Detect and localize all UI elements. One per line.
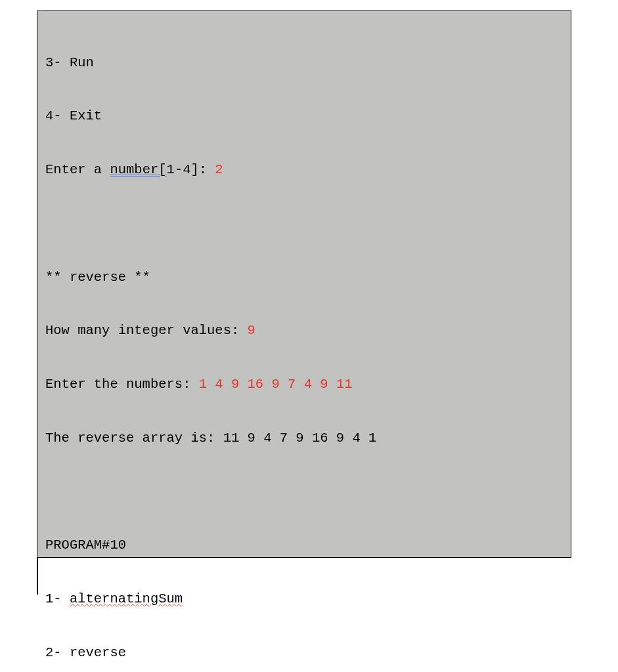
prompt-numbers-label: Enter the numbers: [45, 377, 199, 392]
user-input-choice: 2 [215, 162, 223, 177]
user-input-numbers: 1 4 9 16 9 7 4 9 11 [199, 377, 353, 392]
prompt-numbers: Enter the numbers: 1 4 9 16 9 7 4 9 11 [45, 375, 563, 393]
section-reverse-header: ** reverse ** [45, 268, 563, 286]
alternatingsum-word: alternatingSum [70, 591, 183, 606]
menu-item-run: 3- Run [45, 54, 563, 72]
blank-line [45, 215, 563, 232]
user-input-count: 9 [248, 323, 255, 338]
menu-item-exit: 4- Exit [45, 107, 563, 125]
prompt-suffix: 1-4]: [167, 162, 215, 177]
page: 3- Run 4- Exit Enter a number[1-4]: 2 **… [0, 0, 618, 672]
blank-line [45, 483, 563, 501]
prompt-choose-1: Enter a number[1-4]: 2 [45, 161, 563, 178]
menu-item-altsum: 1- alternatingSum [45, 590, 563, 608]
prompt-prefix: Enter a [45, 162, 110, 177]
number-link: number[ [110, 162, 166, 177]
program-header: PROGRAM#10 [45, 536, 563, 554]
prompt-howmany: How many integer values: 9 [45, 322, 563, 339]
reverse-result: The reverse array is: 11 9 4 7 9 16 9 4 … [45, 429, 563, 447]
prompt-howmany-label: How many integer values: [45, 323, 248, 338]
menu-prefix: 1- [45, 591, 70, 606]
terminal-output: 3- Run 4- Exit Enter a number[1-4]: 2 **… [37, 10, 571, 558]
cursor-tick [37, 558, 38, 595]
menu-item-reverse: 2- reverse [45, 644, 563, 662]
